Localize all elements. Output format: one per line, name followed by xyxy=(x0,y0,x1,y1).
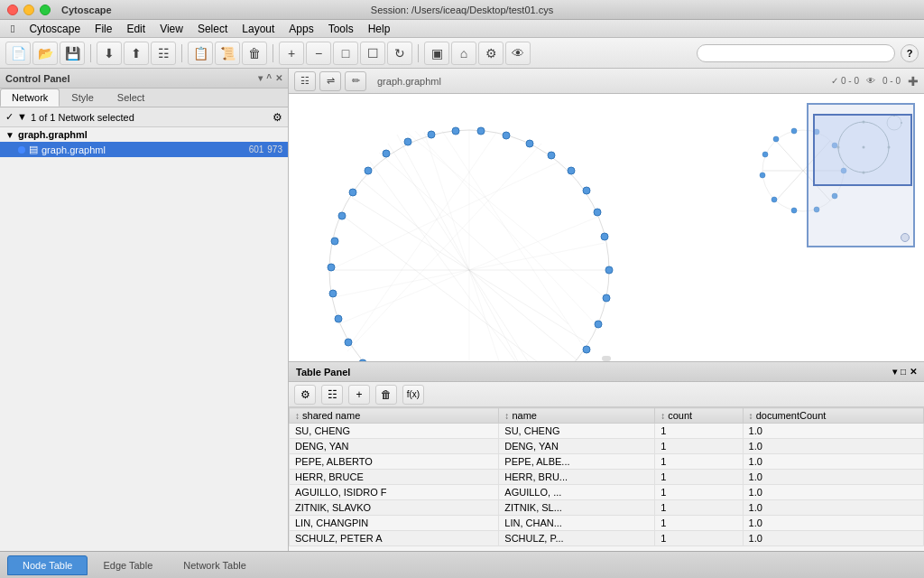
import-network-button[interactable]: ⬇ xyxy=(97,42,122,65)
panel-close-icon[interactable]: ✕ xyxy=(275,73,282,83)
settings-button[interactable]: ⚙ xyxy=(478,42,504,65)
parent-network-name: graph.graphml xyxy=(18,129,282,140)
svg-point-33 xyxy=(345,339,352,346)
tab-select[interactable]: Select xyxy=(106,89,157,107)
menu-tools[interactable]: Tools xyxy=(321,23,361,35)
traffic-lights[interactable] xyxy=(7,5,51,15)
subheader-check-icon: ✓ xyxy=(5,111,14,123)
col-header-shared-name[interactable]: ↕ shared name xyxy=(290,408,499,424)
minimize-button[interactable] xyxy=(23,5,34,15)
network-settings-icon[interactable]: ⚙ xyxy=(273,111,282,124)
network-dot-icon xyxy=(18,146,25,154)
view-status-right: ✓ 0 - 0 👁 0 - 0 ✚ xyxy=(831,74,919,89)
col-header-count[interactable]: ↕ count xyxy=(655,408,743,424)
col-header-name[interactable]: ↕ name xyxy=(499,408,655,424)
zoom-fit-button[interactable]: ☐ xyxy=(360,42,385,65)
table-row: HERR, BRUCE HERR, BRU... 1 1.0 xyxy=(290,470,924,485)
tab-node-table[interactable]: Node Table xyxy=(7,555,88,575)
cell-name: SU, CHENG xyxy=(499,424,655,439)
new-session-button[interactable]: 📄 xyxy=(5,42,31,65)
panel-expand-icon[interactable]: ▾ xyxy=(258,73,263,83)
menu-help[interactable]: Help xyxy=(361,23,398,35)
svg-line-2 xyxy=(343,216,559,361)
col-name-shared-name: shared name xyxy=(302,410,360,421)
sep1 xyxy=(90,44,91,62)
svg-point-80 xyxy=(863,146,865,149)
fit-content-button[interactable]: ▣ xyxy=(424,42,449,65)
zoom-out-button[interactable]: − xyxy=(306,42,331,65)
menu-apple[interactable]:  xyxy=(4,23,22,35)
mini-graph-svg xyxy=(815,116,912,186)
cell-name: DENG, YAN xyxy=(499,439,655,454)
open-button[interactable]: 📂 xyxy=(32,42,58,65)
menu-layout[interactable]: Layout xyxy=(235,23,282,35)
cell-name: HERR, BRU... xyxy=(499,470,655,485)
tab-style[interactable]: Style xyxy=(60,89,105,107)
refresh-button[interactable]: ↻ xyxy=(387,42,412,65)
search-input[interactable] xyxy=(697,44,895,62)
cell-document-count: 1.0 xyxy=(743,454,923,470)
table-close-icon[interactable]: ✕ xyxy=(910,367,917,377)
delete-button[interactable]: 🗑 xyxy=(242,42,267,65)
table-panel-header: Table Panel ▾ □ ✕ xyxy=(289,362,924,382)
zoom-in-button[interactable]: + xyxy=(279,42,304,65)
tab-edge-table[interactable]: Edge Table xyxy=(88,555,168,575)
zoom-selected-button[interactable]: □ xyxy=(333,42,358,65)
svg-line-12 xyxy=(442,131,587,351)
sep3 xyxy=(273,44,273,62)
svg-point-22 xyxy=(583,346,590,353)
cell-document-count: 1.0 xyxy=(743,500,923,516)
grid-view-button[interactable]: ☷ xyxy=(294,71,316,91)
network-child-item[interactable]: ▤ graph.graphml 601 973 xyxy=(0,142,288,157)
svg-point-64 xyxy=(773,136,779,142)
table-add-button[interactable]: + xyxy=(348,385,370,405)
menu-apps[interactable]: Apps xyxy=(282,23,320,35)
help-button[interactable]: ? xyxy=(901,44,919,62)
paste-button[interactable]: 📜 xyxy=(215,42,240,65)
menu-view[interactable]: View xyxy=(152,23,190,35)
view-add-icon[interactable]: ✚ xyxy=(908,74,919,89)
subheader-arrow-icon: ▼ xyxy=(17,111,27,123)
network-parent-item[interactable]: ▼ graph.graphml xyxy=(0,127,288,142)
cell-count: 1 xyxy=(655,470,743,485)
cell-shared-name: HERR, BRUCE xyxy=(290,470,499,485)
cell-shared-name: LIN, CHANGPIN xyxy=(290,516,499,531)
share-view-button[interactable]: ⇌ xyxy=(319,71,341,91)
menu-edit[interactable]: Edit xyxy=(119,23,152,35)
table-float-icon[interactable]: □ xyxy=(901,367,906,377)
copy-button[interactable]: 📋 xyxy=(188,42,213,65)
table-formula-button[interactable]: f(x) xyxy=(402,385,424,405)
maximize-button[interactable] xyxy=(40,5,51,15)
svg-point-81 xyxy=(888,146,891,149)
edit-view-button[interactable]: ✏ xyxy=(345,71,366,91)
cell-name: AGUILLO, ... xyxy=(499,485,655,500)
col-sort-icon-3: ↕ xyxy=(661,411,665,421)
menu-select[interactable]: Select xyxy=(190,23,235,35)
cell-count: 1 xyxy=(655,500,743,516)
home-button[interactable]: ⌂ xyxy=(451,42,476,65)
import-table-button[interactable]: ☷ xyxy=(151,42,176,65)
close-button[interactable] xyxy=(7,5,18,15)
menu-cytoscape[interactable]: Cytoscape xyxy=(22,23,88,35)
panel-caret-icon[interactable]: ^ xyxy=(266,73,272,83)
tab-network-table[interactable]: Network Table xyxy=(168,555,262,575)
table-expand-icon[interactable]: ▾ xyxy=(892,367,897,377)
table-header-row: ↕ shared name ↕ name ↕ count xyxy=(290,408,924,424)
cell-name: SCHULZ, P... xyxy=(499,531,655,546)
cell-count: 1 xyxy=(655,531,743,546)
col-header-document-count[interactable]: ↕ documentCount xyxy=(743,408,923,424)
eye-button[interactable]: 👁 xyxy=(505,42,531,65)
table-delete-button[interactable]: 🗑 xyxy=(375,385,397,405)
save-button[interactable]: 💾 xyxy=(60,42,85,65)
subheader-icons: ✓ ▼ xyxy=(5,111,27,123)
svg-point-48 xyxy=(548,152,555,159)
svg-point-45 xyxy=(477,127,485,135)
cell-document-count: 1.0 xyxy=(743,439,923,454)
table-columns-button[interactable]: ☷ xyxy=(321,385,343,405)
export-network-button[interactable]: ⬆ xyxy=(124,42,149,65)
tab-network[interactable]: Network xyxy=(0,89,60,107)
col-sort-icon-2: ↕ xyxy=(504,411,509,421)
menu-file[interactable]: File xyxy=(88,23,119,35)
mini-viewport xyxy=(813,114,912,186)
table-settings-button[interactable]: ⚙ xyxy=(294,385,316,405)
